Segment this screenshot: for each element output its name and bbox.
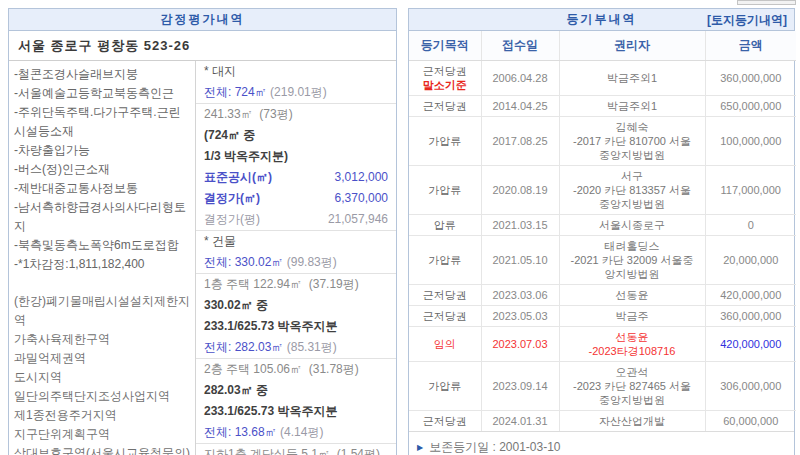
feature-item: -북측및동측노폭약6m도로접합 xyxy=(14,236,191,255)
property-address: 서울 종로구 평창동 523-26 xyxy=(9,31,396,61)
floor1-line: 1층 주택 122.94㎡ (37.19평) xyxy=(196,274,396,295)
registry-row-auction: 임의 2023.07.03 선동윤 -2023타경108716 420,000,… xyxy=(409,327,796,362)
bullet-arrow-icon: ▶ xyxy=(417,444,423,452)
registry-row: 가압류 2021.05.10 태려홀딩스 -2021 카단 32009 서울중 … xyxy=(409,236,796,285)
zoning-item: 일단의주택단지조성사업지역 xyxy=(14,387,191,406)
zoning-item: 과밀억제권역 xyxy=(14,349,191,368)
zoning-item: (한강)폐기물매립시설설치제한지역 xyxy=(14,292,191,330)
registry-row: 근저당권말소기준 2006.04.28 박금주외1 360,000,000 xyxy=(409,61,796,96)
registry-row: 가압류 2020.08.19 서구 -2020 카단 813357 서울 중앙지… xyxy=(409,166,796,215)
floor2-share-base: 282.03㎡ 중 xyxy=(196,380,396,401)
registry-row: 근저당권 2014.04.25 박금주외1 650,000,000 xyxy=(409,96,796,117)
registry-panel-header: 등기부내역 [토지등기내역] xyxy=(409,9,794,31)
feature-item: -남서측하향급경사의사다리형토지 xyxy=(14,198,191,236)
appraisal-panel-header: 감정평가내역 xyxy=(9,9,396,31)
zoning-item: 제1종전용주거지역 xyxy=(14,406,191,425)
land-section-header: * 대지 xyxy=(196,61,396,82)
col-holder: 권리자 xyxy=(559,31,705,61)
feature-item: -서울예술고등학교북동측인근 xyxy=(14,84,191,103)
official-price-row: 표준공시(㎡)3,012,000 xyxy=(196,167,396,188)
preservation-date-text: 보존등기일 : 2001-03-10 xyxy=(429,439,560,455)
feature-item: -철콘조경사슬래브지붕 xyxy=(14,65,191,84)
decided-price-sqm-row: 결정가(㎡)6,370,000 xyxy=(196,188,396,209)
feature-item: -버스(정)인근소재 xyxy=(14,160,191,179)
col-purpose: 등기목적 xyxy=(409,31,481,61)
col-amount: 금액 xyxy=(705,31,796,61)
basement-total-line: 전체: 13.68㎡ (4.14평) xyxy=(196,422,396,444)
floor2-line: 2층 주택 105.06㎡ (31.78평) xyxy=(196,359,396,380)
floor1-share-base: 330.02㎡ 중 xyxy=(196,295,396,316)
land-total-area: 전체: 724㎡ xyxy=(204,85,267,99)
floor1-share: 233.1/625.73 박옥주지분 xyxy=(196,316,396,337)
preservation-date-row: ▶ 보존등기일 : 2001-03-10 xyxy=(409,431,794,455)
registry-row: 근저당권 2023.05.03 박금주 360,000,000 xyxy=(409,306,796,327)
registry-table: 등기목적 접수일 권리자 금액 근저당권말소기준 2006.04.28 박금주외… xyxy=(409,31,796,431)
land-total-line: 전체: 724㎡ (219.01평) xyxy=(196,82,396,104)
building-total-line: 전체: 330.02㎡ (99.83평) xyxy=(196,252,396,274)
registry-header-row: 등기목적 접수일 권리자 금액 xyxy=(409,31,796,61)
cancellation-basis-flag: 말소기준 xyxy=(411,78,479,92)
land-total-pyeong: (219.01평) xyxy=(270,85,327,99)
registry-row: 가압류 2023.09.14 오관석 -2023 카단 827465 서울 중앙… xyxy=(409,362,796,411)
floor2-share: 233.1/625.73 박옥주지분 xyxy=(196,401,396,422)
appraisal-detail-column: * 대지 전체: 724㎡ (219.01평) 241.33㎡ (73평) (7… xyxy=(196,61,396,455)
auction-detail-page: 감정평가내역 서울 종로구 평창동 523-26 -철콘조경사슬래브지붕 -서울… xyxy=(0,0,800,455)
land-share-area: 241.33㎡ (73평) xyxy=(196,104,396,125)
feature-item: -제반대중교통사정보통 xyxy=(14,179,191,198)
decided-price-pyeong-row: 결정가(평)21,057,946 xyxy=(196,209,396,231)
registry-row: 근저당권 2024.01.31 자산산업개발 60,000,000 xyxy=(409,411,796,432)
registry-panel: 등기부내역 [토지등기내역] 등기목적 접수일 권리자 금액 근저당권말소기준 … xyxy=(408,8,795,455)
zoning-item: 도시지역 xyxy=(14,368,191,387)
feature-item: -*1차감정:1,811,182,400 xyxy=(14,255,191,274)
feature-item: -주위단독주택.다가구주택.근린시설등소재 xyxy=(14,103,191,141)
col-date: 접수일 xyxy=(481,31,559,61)
floor2-total-line: 전체: 282.03㎡ (85.31평) xyxy=(196,337,396,359)
appraisal-panel: 감정평가내역 서울 종로구 평창동 523-26 -철콘조경사슬래브지붕 -서울… xyxy=(8,8,397,455)
appraisal-notes-column: -철콘조경사슬래브지붕 -서울예술고등학교북동측인근 -주위단독주택.다가구주택… xyxy=(9,61,196,455)
appraisal-title: 감정평가내역 xyxy=(161,11,245,28)
building-section-header: * 건물 xyxy=(196,231,396,252)
zoning-item: 상대보호구역(서울시교육청문의) xyxy=(14,444,191,455)
registry-row: 압류 2021.03.15 서울시종로구 0 xyxy=(409,215,796,236)
zoning-item: 가축사육제한구역 xyxy=(14,330,191,349)
registry-row: 가압류 2017.08.25 김혜숙 -2017 카단 810700 서울 중앙… xyxy=(409,117,796,166)
land-registry-link[interactable]: [토지등기내역] xyxy=(707,9,787,31)
appraisal-body: -철콘조경사슬래브지붕 -서울예술고등학교북동측인근 -주위단독주택.다가구주택… xyxy=(9,61,396,455)
land-share-note-1: (724㎡ 중 xyxy=(196,125,396,146)
notes-gap xyxy=(14,274,191,292)
land-share-note-2: 1/3 박옥주지분) xyxy=(196,146,396,167)
clipped-tab-stub[interactable] xyxy=(737,0,796,5)
zoning-item: 지구단위계획구역 xyxy=(14,425,191,444)
registry-title: 등기부내역 xyxy=(567,11,637,28)
registry-row: 근저당권 2023.03.06 선동윤 420,000,000 xyxy=(409,285,796,306)
feature-item: -차량출입가능 xyxy=(14,141,191,160)
basement-line: 지하1층 계단실등 5.1㎡ (1.54평) xyxy=(196,444,396,455)
